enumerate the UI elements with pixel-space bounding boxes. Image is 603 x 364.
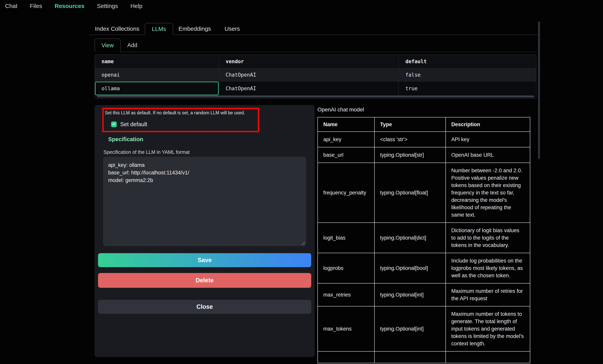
nav-help[interactable]: Help — [130, 3, 143, 9]
delete-button[interactable]: Delete — [98, 273, 311, 288]
tab-embeddings[interactable]: Embeddings — [173, 23, 217, 34]
annotation-red-box: Set this LLM as default. If no default i… — [102, 108, 259, 132]
spec-yaml-wrap: api_key: ollama base_url: http://localho… — [103, 157, 306, 246]
default-note: Set this LLM as default. If no default i… — [105, 110, 258, 115]
cell-name-selected[interactable]: ollama — [95, 82, 219, 95]
save-button[interactable]: Save — [98, 253, 311, 267]
param-type: typing.Optional[bool] — [374, 253, 446, 283]
view-add-tabs: View Add — [94, 38, 537, 52]
cell-default[interactable]: true — [399, 82, 536, 95]
model-doc-table: Name Type Description api_key <class 'st… — [317, 117, 530, 363]
set-default-checkbox[interactable] — [111, 122, 117, 127]
doc-col-type: Type — [374, 117, 446, 132]
param-description: Dictionary of logit bias values to add t… — [446, 223, 530, 253]
spec-heading: Specification — [108, 136, 143, 143]
param-name: logprobs — [318, 253, 374, 283]
close-button[interactable]: Close — [98, 300, 311, 314]
horizontal-scrollbar[interactable] — [97, 95, 534, 97]
param-name: base_url — [318, 147, 374, 163]
param-type: typing.Optional[int] — [374, 306, 446, 351]
doc-row-partial — [318, 351, 530, 363]
param-description: API key — [446, 132, 530, 147]
tab-view[interactable]: View — [94, 38, 121, 52]
resource-tabs: Index Collections LLMs Embeddings Users — [90, 23, 540, 35]
param-type — [374, 351, 446, 363]
set-default-label: Set default — [120, 121, 147, 127]
spec-caption: Specification of the LLM in YAML format — [104, 149, 190, 155]
param-name: max_retries — [318, 283, 374, 306]
doc-row-frequency-penalty: frequency_penalty typing.Optional[float]… — [318, 163, 530, 223]
param-name: api_key — [318, 132, 374, 147]
nav-settings[interactable]: Settings — [97, 3, 118, 9]
llm-table-header: name vendor default — [95, 55, 536, 68]
param-name: max_tokens — [318, 306, 374, 351]
doc-row-max-retries: max_retries typing.Optional[int] Maximum… — [318, 283, 530, 306]
llm-list-table: name vendor default openai ChatOpenAI fa… — [94, 55, 536, 99]
param-type: typing.Optional[str] — [374, 147, 446, 163]
param-description: OpenAI base URL — [446, 147, 530, 163]
tab-llms[interactable]: LLMs — [145, 23, 173, 35]
doc-col-name: Name — [318, 117, 374, 132]
col-header-name: name — [95, 55, 219, 68]
llm-detail-panel: Set this LLM as default. If no default i… — [94, 105, 315, 357]
doc-col-description: Description — [446, 117, 530, 132]
top-nav: Chat Files Resources Settings Help — [0, 0, 603, 12]
cell-name[interactable]: openai — [95, 68, 219, 82]
app-root: Chat Files Resources Settings Help Index… — [0, 0, 603, 364]
table-row-ollama[interactable]: ollama ChatOpenAI true — [95, 82, 536, 95]
doc-row-max-tokens: max_tokens typing.Optional[int] Maximum … — [318, 306, 530, 351]
model-doc-title: OpenAI chat model — [317, 107, 364, 113]
set-default-row: Set default — [111, 121, 147, 127]
check-icon — [112, 122, 115, 125]
param-type: <class 'str'> — [374, 132, 446, 147]
doc-row-logit-bias: logit_bias typing.Optional[dict] Diction… — [318, 223, 530, 253]
doc-row-api-key: api_key <class 'str'> API key — [318, 132, 530, 147]
nav-chat[interactable]: Chat — [5, 3, 17, 9]
param-type: typing.Optional[float] — [374, 163, 446, 223]
param-type: typing.Optional[int] — [374, 283, 446, 306]
cell-vendor[interactable]: ChatOpenAI — [219, 68, 399, 82]
vertical-scrollbar[interactable] — [538, 21, 540, 159]
tab-index-collections[interactable]: Index Collections — [90, 23, 145, 34]
param-name: logit_bias — [318, 223, 374, 253]
doc-row-logprobs: logprobs typing.Optional[bool] Include l… — [318, 253, 530, 283]
tab-users[interactable]: Users — [217, 23, 248, 34]
param-description: Include log probabilities on the logprob… — [446, 253, 530, 283]
nav-resources[interactable]: Resources — [55, 3, 84, 9]
param-description: Number between -2.0 and 2.0. Positive va… — [446, 163, 530, 223]
cell-vendor[interactable]: ChatOpenAI — [219, 82, 399, 95]
spec-yaml-input[interactable]: api_key: ollama base_url: http://localho… — [103, 157, 306, 246]
col-header-default: default — [399, 55, 536, 68]
cell-default[interactable]: false — [399, 68, 536, 82]
doc-header-row: Name Type Description — [318, 117, 530, 132]
nav-files[interactable]: Files — [30, 3, 42, 9]
col-header-vendor: vendor — [219, 55, 399, 68]
param-description: Maximum number of tokens to generate. Th… — [446, 306, 530, 351]
table-row-openai[interactable]: openai ChatOpenAI false — [95, 68, 536, 82]
param-description — [446, 351, 530, 363]
doc-row-base-url: base_url typing.Optional[str] OpenAI bas… — [318, 147, 530, 163]
param-description: Maximum number of retries for the API re… — [446, 283, 530, 306]
param-name: frequency_penalty — [318, 163, 374, 223]
tab-add[interactable]: Add — [121, 38, 144, 52]
param-type: typing.Optional[dict] — [374, 223, 446, 253]
param-name — [318, 351, 374, 363]
